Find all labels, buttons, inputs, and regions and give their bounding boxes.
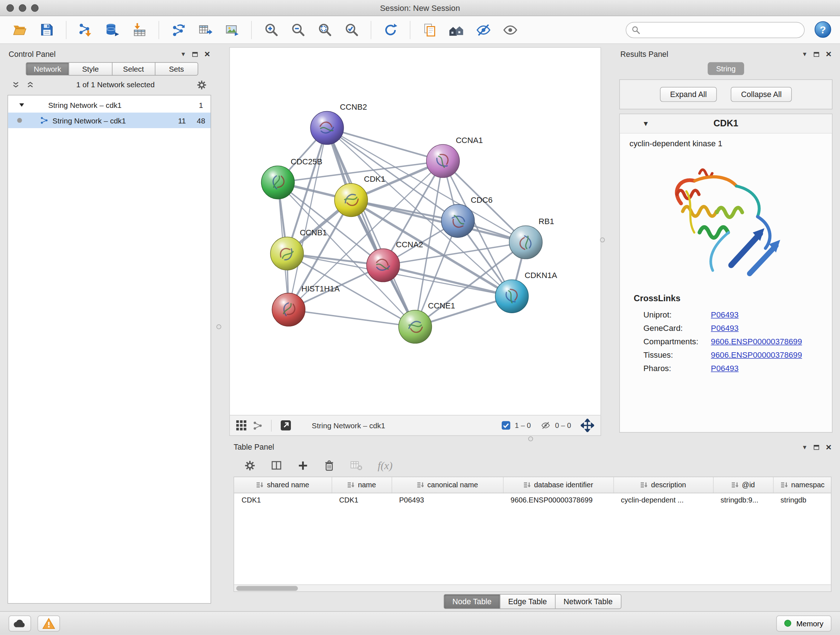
node-RB1[interactable] <box>509 226 543 259</box>
houses-button[interactable] <box>444 19 469 41</box>
node-CDK1[interactable] <box>335 184 368 217</box>
column-header-name[interactable]: name <box>332 477 392 493</box>
table-row[interactable]: CDK1CDK1P064939606.ENSP00000378699cyclin… <box>234 493 831 507</box>
column-header-namespac[interactable]: namespac <box>773 477 831 493</box>
window-close-button[interactable] <box>6 4 14 11</box>
new-network-from-selection-button[interactable] <box>166 19 191 41</box>
show-all-button[interactable] <box>498 19 523 41</box>
splitter-handle[interactable] <box>216 325 221 329</box>
results-panel-float-button[interactable] <box>814 52 819 57</box>
tab-select[interactable]: Select <box>112 62 155 76</box>
table-panel-close-button[interactable]: × <box>826 442 832 452</box>
control-panel-float-button[interactable] <box>193 52 198 57</box>
node-HIST1H1A[interactable] <box>272 293 305 326</box>
collapse-all-button[interactable]: Collapse All <box>731 87 791 102</box>
table-cell[interactable]: P06493 <box>392 493 503 507</box>
crosslink-link[interactable]: P06493 <box>711 310 739 319</box>
results-panel-collapse-button[interactable]: ▼ <box>802 51 807 57</box>
crosslink-link[interactable]: P06493 <box>711 323 739 333</box>
column-header-canonical-name[interactable]: canonical name <box>392 477 503 493</box>
network-collection-row[interactable]: String Network – cdk1 1 <box>8 97 210 112</box>
node-CCNE1[interactable] <box>399 310 432 344</box>
node-CCNA1[interactable] <box>426 144 460 178</box>
table-settings-button[interactable] <box>244 460 256 471</box>
control-panel-collapse-button[interactable]: ▼ <box>180 51 186 57</box>
splitter-handle[interactable] <box>600 238 605 242</box>
crosslink-link[interactable]: 9606.ENSP00000378699 <box>711 337 802 346</box>
memory-button[interactable]: Memory <box>776 615 831 631</box>
tab-style[interactable]: Style <box>69 62 112 76</box>
tab-network[interactable]: Network <box>26 62 69 76</box>
pan-mode-button[interactable] <box>581 419 594 432</box>
delete-column-button[interactable] <box>324 460 335 471</box>
network-canvas[interactable]: CCNB2CCNA1CDC25BCDK1CDC6RB1CCNB1CCNA2CDK… <box>229 47 601 415</box>
table-cell[interactable]: 9606.ENSP00000378699 <box>503 493 614 507</box>
hide-selected-button[interactable] <box>471 19 496 41</box>
apply-layout-button[interactable] <box>378 19 403 41</box>
results-panel-close-button[interactable]: × <box>826 49 832 59</box>
network-options-button[interactable] <box>196 80 207 90</box>
splitter-handle[interactable] <box>528 436 533 441</box>
edge-CCNB2-CCNE1[interactable] <box>327 128 415 326</box>
node-CDC6[interactable] <box>441 204 475 238</box>
column-header-description[interactable]: description <box>614 477 713 493</box>
hidden-eye-slash-icon[interactable] <box>540 421 551 430</box>
function-builder-button[interactable]: f(x) <box>378 459 393 471</box>
column-header--id[interactable]: @id <box>713 477 773 493</box>
crosslink-link[interactable]: 9606.ENSP00000378699 <box>711 350 802 359</box>
zoom-selected-button[interactable] <box>339 19 363 41</box>
expand-tree-button[interactable] <box>12 81 20 89</box>
window-zoom-button[interactable] <box>31 4 39 11</box>
zoom-in-button[interactable] <box>259 19 283 41</box>
tab-sets[interactable]: Sets <box>155 62 198 76</box>
control-panel-close-button[interactable]: × <box>204 49 210 59</box>
save-session-button[interactable] <box>34 19 59 41</box>
column-header-database-identifier[interactable]: database identifier <box>503 477 614 493</box>
import-network-from-database-button[interactable] <box>100 19 125 41</box>
table-panel-float-button[interactable] <box>814 445 819 449</box>
zoom-fit-button[interactable] <box>312 19 337 41</box>
delete-table-button[interactable] <box>350 459 363 471</box>
column-header-shared-name[interactable]: shared name <box>234 477 332 493</box>
warnings-button[interactable] <box>38 615 60 631</box>
network-overview-button[interactable] <box>253 421 263 431</box>
node-CCNA2[interactable] <box>366 249 400 282</box>
table-horizontal-scrollbar[interactable] <box>234 584 831 591</box>
node-CCNB2[interactable] <box>310 111 344 145</box>
cloud-button[interactable] <box>9 615 31 631</box>
grid-view-button[interactable] <box>236 420 246 431</box>
edge-HIST1H1A-CCNE1[interactable] <box>289 310 415 326</box>
node-CCNB1[interactable] <box>271 237 304 270</box>
table-cell[interactable]: CDK1 <box>332 493 392 507</box>
tab-network-table[interactable]: Network Table <box>555 594 621 609</box>
table-panel-collapse-button[interactable]: ▼ <box>802 444 807 450</box>
scrollbar-thumb[interactable] <box>236 586 298 591</box>
chevron-down-icon[interactable]: ▼ <box>643 119 649 127</box>
zoom-out-button[interactable] <box>286 19 310 41</box>
export-view-button[interactable] <box>280 420 291 431</box>
edge-CCNB2-HIST1H1A[interactable] <box>289 128 327 310</box>
node-CDC25B[interactable] <box>261 166 294 199</box>
network-snapshot-button[interactable] <box>417 19 442 41</box>
network-list-item[interactable]: String Network – cdk1 11 48 <box>8 112 210 128</box>
help-button[interactable]: ? <box>813 20 832 40</box>
table-cell[interactable]: CDK1 <box>234 493 332 507</box>
show-columns-button[interactable] <box>271 459 283 471</box>
table-cell[interactable]: cyclin-dependent ... <box>614 493 713 507</box>
search-input[interactable] <box>644 25 799 34</box>
node-CDKN1A[interactable] <box>495 280 529 313</box>
export-table-button[interactable] <box>193 19 218 41</box>
edge-CCNB2-CCNA1[interactable] <box>327 128 443 161</box>
open-session-button[interactable] <box>8 19 32 41</box>
collapse-tree-button[interactable] <box>27 81 34 89</box>
expand-all-button[interactable]: Expand All <box>660 87 717 102</box>
window-minimize-button[interactable] <box>19 4 27 11</box>
tab-node-table[interactable]: Node Table <box>444 594 500 609</box>
table-cell[interactable]: stringdb:9... <box>713 493 773 507</box>
import-table-button[interactable] <box>127 19 152 41</box>
table-cell[interactable]: stringdb <box>773 493 831 507</box>
tab-edge-table[interactable]: Edge Table <box>500 594 555 609</box>
expander-icon[interactable] <box>19 102 25 108</box>
export-image-button[interactable] <box>219 19 244 41</box>
tab-string[interactable]: String <box>707 62 745 75</box>
